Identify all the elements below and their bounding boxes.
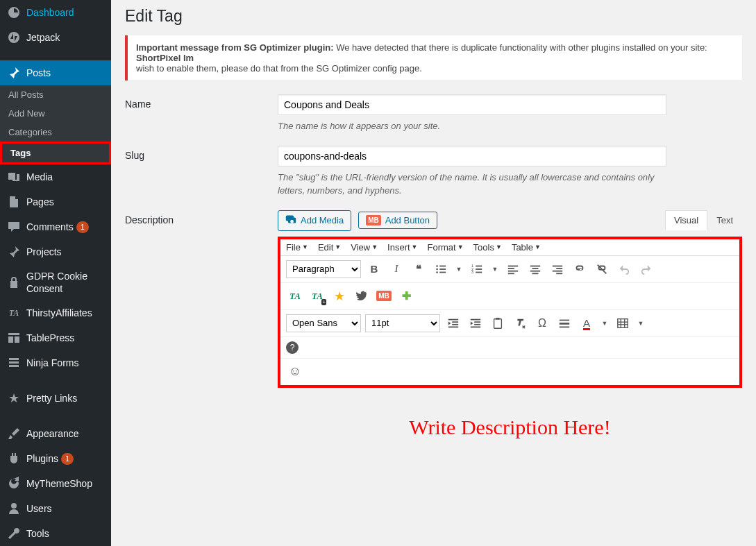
svg-rect-14 [508, 268, 514, 269]
sidebar-item-users[interactable]: Users [0, 496, 111, 521]
svg-text:3: 3 [471, 270, 473, 274]
sidebar-item-plugins[interactable]: Plugins 1 [0, 446, 111, 471]
svg-rect-24 [556, 273, 562, 274]
svg-rect-18 [532, 268, 539, 269]
media-icon [7, 170, 21, 184]
sidebar-item-tablepress[interactable]: TablePress [0, 325, 111, 350]
table-dropdown[interactable]: ▼ [636, 314, 646, 332]
sidebar-item-jetpack[interactable]: Jetpack [0, 25, 111, 50]
bullet-list-dropdown[interactable]: ▼ [454, 260, 464, 278]
italic-button[interactable]: I [387, 260, 405, 278]
name-input[interactable] [278, 94, 666, 115]
sidebar-item-posts[interactable]: Posts [0, 60, 111, 85]
text-tab[interactable]: Text [707, 210, 742, 230]
svg-rect-33 [494, 318, 502, 328]
sidebar-item-gdpr[interactable]: GDPR Cookie Consent [0, 264, 111, 300]
star-button[interactable]: ★ [330, 287, 348, 305]
description-label: Description [125, 210, 278, 225]
paragraph-select[interactable]: Paragraph [286, 260, 361, 278]
submenu-add-new[interactable]: Add New [0, 104, 111, 123]
font-family-select[interactable]: Open Sans [286, 314, 361, 332]
svg-rect-35 [560, 319, 569, 321]
outdent-button[interactable] [444, 314, 462, 332]
align-center-button[interactable] [526, 260, 544, 278]
svg-point-0 [8, 32, 19, 43]
blockquote-button[interactable]: ❝ [410, 260, 428, 278]
special-char-button[interactable]: Ω [533, 314, 551, 332]
sidebar-label: Pretty Links [26, 392, 77, 404]
notice-strong2: ShortPixel Im [136, 53, 194, 63]
menu-view[interactable]: View▼ [351, 242, 378, 253]
brush-icon [7, 427, 21, 441]
menu-table[interactable]: Table▼ [512, 242, 541, 253]
align-right-button[interactable] [548, 260, 566, 278]
sidebar-item-media[interactable]: Media [0, 164, 111, 189]
svg-rect-12 [476, 271, 482, 273]
plugins-badge: 1 [61, 453, 74, 465]
text-color-button[interactable]: A [578, 314, 596, 332]
menu-file[interactable]: File▼ [286, 242, 308, 253]
font-size-select[interactable]: 11pt [365, 314, 440, 332]
submenu-tags[interactable]: Tags [0, 142, 111, 164]
undo-button[interactable] [615, 260, 633, 278]
indent-button[interactable] [467, 314, 485, 332]
help-button[interactable]: ? [286, 341, 299, 354]
name-label: Name [125, 94, 278, 110]
menu-edit[interactable]: Edit▼ [318, 242, 341, 253]
sidebar-item-ninjaforms[interactable]: Ninja Forms [0, 350, 111, 375]
sidebar-label: Pages [26, 196, 54, 208]
align-left-button[interactable] [504, 260, 522, 278]
menu-format[interactable]: Format▼ [428, 242, 464, 253]
lock-icon [7, 275, 21, 289]
number-list-dropdown[interactable]: ▼ [490, 260, 500, 278]
pages-icon [7, 195, 21, 209]
ta-plus-button[interactable]: TA+ [308, 287, 326, 305]
number-list-button[interactable]: 123 [468, 260, 486, 278]
twitter-button[interactable] [353, 287, 371, 305]
add-media-button[interactable]: Add Media [278, 210, 351, 231]
sidebar-label: Plugins [26, 452, 58, 465]
paste-button[interactable] [489, 314, 507, 332]
slug-desc: The "slug" is the URL-friendly version o… [278, 171, 666, 198]
hr-button[interactable] [555, 314, 573, 332]
ta-button[interactable]: TA [286, 287, 304, 305]
sidebar-item-projects[interactable]: Projects [0, 239, 111, 264]
unlink-button[interactable] [593, 260, 611, 278]
text-color-dropdown[interactable]: ▼ [600, 314, 610, 332]
editor-container: File▼ Edit▼ View▼ Insert▼ Format▼ Tools▼… [278, 237, 742, 388]
sidebar-item-mythemeshop[interactable]: MyThemeShop [0, 471, 111, 496]
mb-button[interactable]: MB [375, 287, 393, 305]
table-button[interactable] [614, 314, 632, 332]
svg-rect-28 [448, 326, 458, 327]
sidebar-label: Users [26, 502, 52, 515]
menu-insert[interactable]: Insert▼ [387, 242, 417, 253]
clear-format-button[interactable] [511, 314, 529, 332]
toolbar-row-5: ☺ [280, 359, 739, 385]
svg-point-5 [436, 271, 438, 273]
menu-tools[interactable]: Tools▼ [473, 242, 502, 253]
visual-tab[interactable]: Visual [665, 210, 707, 230]
submenu-categories[interactable]: Categories [0, 123, 111, 142]
sidebar-item-pages[interactable]: Pages [0, 189, 111, 214]
slug-input[interactable] [278, 146, 666, 167]
link-button[interactable] [571, 260, 589, 278]
sidebar-item-thirstyaffiliates[interactable]: TA ThirstyAffiliates [0, 300, 111, 325]
bold-button[interactable]: B [365, 260, 383, 278]
svg-rect-38 [618, 318, 628, 327]
editor-body[interactable]: Write Description Here! [278, 388, 742, 527]
sidebar-label: MyThemeShop [26, 477, 92, 490]
redo-button[interactable] [637, 260, 655, 278]
submenu-all-posts[interactable]: All Posts [0, 85, 111, 104]
bullet-list-button[interactable] [432, 260, 450, 278]
sidebar-item-tools[interactable]: Tools [0, 521, 111, 546]
sidebar-item-dashboard[interactable]: Dashboard [0, 0, 111, 25]
sidebar-item-comments[interactable]: Comments 1 [0, 214, 111, 239]
comments-badge: 1 [76, 221, 89, 233]
emoji-button[interactable]: ☺ [286, 363, 304, 381]
sidebar-item-appearance[interactable]: Appearance [0, 421, 111, 446]
toolbar-row-2: TA TA+ ★ MB ✚ [280, 283, 739, 310]
add-button-button[interactable]: MB Add Button [358, 212, 437, 229]
sidebar-item-prettylinks[interactable]: ★ Pretty Links [0, 386, 111, 411]
name-desc: The name is how it appears on your site. [278, 119, 666, 133]
plus-button[interactable]: ✚ [397, 287, 415, 305]
